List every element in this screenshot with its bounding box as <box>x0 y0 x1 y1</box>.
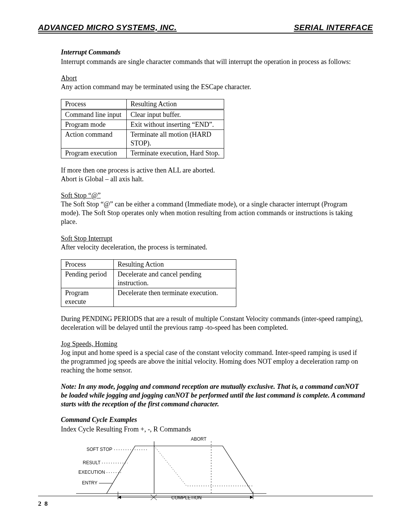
pending-para: During PENDING PERIODS that are a result… <box>61 315 365 332</box>
label-abort: ABORT <box>191 436 207 442</box>
tbl2-head-process: Process <box>61 259 114 269</box>
intro-para: Interrupt commands are single character … <box>61 58 365 66</box>
table-row: Process Resulting Action <box>61 259 236 269</box>
abort-text: Any action command may be terminated usi… <box>61 83 365 91</box>
softstop-int-heading: Soft Stop Interrupt <box>61 234 365 243</box>
footer-rule <box>38 496 373 496</box>
header-company: ADVANCED MICRO SYSTEMS, INC. <box>38 23 177 32</box>
table-row: Program execution Terminate execution, H… <box>61 149 224 158</box>
label-execution: EXECUTION <box>78 470 105 475</box>
page: ADVANCED MICRO SYSTEMS, INC. SERIAL INTE… <box>0 0 411 532</box>
label-result: RESULT <box>83 460 101 465</box>
table-row: Action command Terminate all motion (HAR… <box>61 130 224 149</box>
content-body: Interrupt Commands Interrupt commands ar… <box>61 48 365 505</box>
after-table1-line2: Abort is Global – all axis halt. <box>61 175 365 184</box>
tbl1-head-action: Resulting Action <box>127 99 224 110</box>
softstop-int-text: After velocity deceleration, the process… <box>61 243 365 252</box>
svg-marker-8 <box>118 496 121 499</box>
label-entry: ENTRY <box>82 480 97 486</box>
jog-heading: Jog Speeds, Homing <box>61 340 365 348</box>
index-cycle-diagram: ABORT SOFT STOP RESULT EXECUTION ENTRY C… <box>61 435 365 505</box>
softstop-text: The Soft Stop “@” can be either a comman… <box>61 200 365 226</box>
label-softstop: SOFT STOP <box>86 447 112 452</box>
jog-text: Jog input and home speed is a special ca… <box>61 348 365 375</box>
page-number: 2 8 <box>38 500 48 508</box>
after-table1-line1: If more then one process is active then … <box>61 166 365 175</box>
tbl2-head-action: Resulting Action <box>114 259 236 269</box>
cycle-caption: Index Cycle Resulting From +, -, R Comma… <box>61 425 365 434</box>
section-interrupt-commands: Interrupt Commands <box>61 48 365 57</box>
softstop-heading: Soft Stop “@” <box>61 191 365 200</box>
svg-marker-9 <box>250 496 253 499</box>
tbl1-head-process: Process <box>61 99 127 110</box>
table-row: Command line input Clear input buffer. <box>61 110 224 120</box>
abort-table: Process Resulting Action Command line in… <box>61 99 224 158</box>
softstop-table: Process Resulting Action Pending period … <box>61 259 236 307</box>
note-para: Note: In any mode, jogging and command r… <box>61 382 365 409</box>
diagram-svg: ABORT SOFT STOP RESULT EXECUTION ENTRY C… <box>61 435 274 503</box>
table-row: Program execute Decelerate then terminat… <box>61 288 236 307</box>
table-row: Program mode Exit without inserting “END… <box>61 120 224 130</box>
table-row: Pending period Decelerate and cancel pen… <box>61 269 236 288</box>
page-header: ADVANCED MICRO SYSTEMS, INC. SERIAL INTE… <box>38 23 373 34</box>
abort-heading: Abort <box>61 74 365 83</box>
section-command-cycle: Command Cycle Examples <box>61 415 365 424</box>
header-title: SERIAL INTERFACE <box>294 23 373 32</box>
